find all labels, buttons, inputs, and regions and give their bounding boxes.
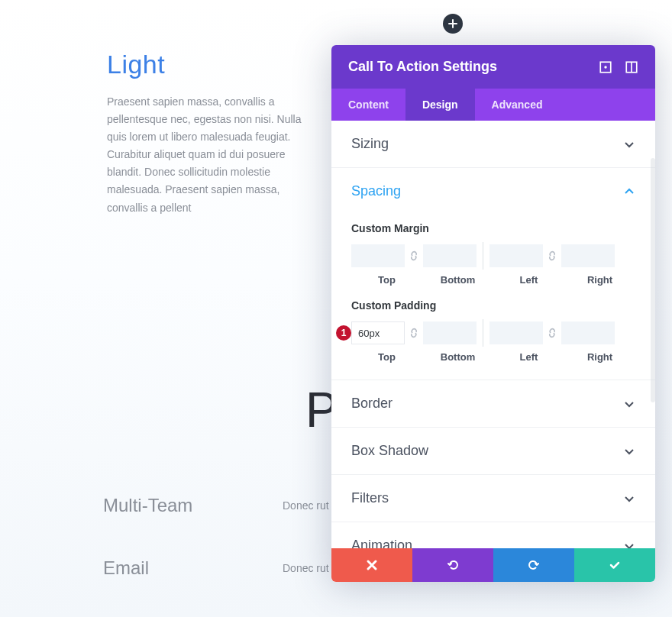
annotation-badge: 1 (336, 325, 351, 341)
paragraph-light: Praesent sapien massa, convallis a pelle… (107, 93, 305, 217)
undo-icon (447, 559, 459, 571)
section-toggle-filters[interactable]: Filters (331, 475, 655, 522)
padding-left-input[interactable] (489, 321, 543, 344)
section-toggle-animation[interactable]: Animation (331, 522, 655, 548)
settings-panel: Call To Action Settings Content Design A… (331, 45, 655, 582)
chevron-down-icon (623, 493, 635, 505)
padding-right-input[interactable] (561, 321, 615, 344)
label-left: Left (493, 351, 564, 363)
chevron-down-icon (623, 138, 635, 150)
label-right: Right (564, 351, 635, 363)
chevron-down-icon (623, 398, 635, 410)
section-toggle-border[interactable]: Border (331, 380, 655, 427)
section-label: Spacing (351, 183, 623, 199)
add-module-button[interactable] (443, 14, 463, 34)
tab-advanced[interactable]: Advanced (475, 89, 560, 121)
padding-sublabels: Top Bottom Left Right (351, 351, 635, 363)
scrollbar[interactable] (651, 158, 655, 402)
expand-icon[interactable] (599, 60, 612, 74)
margin-top-input[interactable] (351, 244, 405, 267)
label-custom-margin: Custom Margin (351, 222, 635, 234)
chevron-up-icon (623, 186, 635, 198)
section-filters: Filters (331, 475, 655, 522)
chevron-down-icon (623, 540, 635, 549)
label-left: Left (493, 274, 564, 286)
section-sizing: Sizing (331, 121, 655, 168)
save-button[interactable] (574, 548, 655, 582)
close-icon (366, 559, 378, 571)
tab-design[interactable]: Design (405, 89, 475, 121)
divider (483, 242, 483, 270)
panel-header[interactable]: Call To Action Settings (331, 45, 655, 89)
feature-email: Email Donec rut amet, con (103, 557, 149, 579)
margin-inputs (351, 242, 635, 270)
margin-bottom-input[interactable] (423, 244, 477, 267)
section-box-shadow: Box Shadow (331, 428, 655, 475)
label-top: Top (351, 274, 422, 286)
link-icon[interactable] (543, 321, 561, 344)
label-custom-padding: Custom Padding (351, 299, 635, 312)
section-toggle-spacing[interactable]: Spacing (331, 168, 655, 215)
section-label: Sizing (351, 136, 623, 152)
padding-inputs: 1 (351, 319, 635, 347)
label-bottom: Bottom (422, 351, 493, 363)
chevron-down-icon (623, 445, 635, 457)
feature-title: Multi-Team (103, 495, 192, 516)
section-label: Filters (351, 490, 623, 506)
link-icon[interactable] (405, 244, 423, 267)
cancel-button[interactable] (331, 548, 412, 582)
section-label: Animation (351, 538, 623, 548)
section-label: Border (351, 396, 623, 412)
label-top: Top (351, 351, 422, 363)
check-icon (609, 559, 621, 571)
tab-content[interactable]: Content (331, 89, 405, 121)
panel-footer (331, 548, 655, 582)
section-label: Box Shadow (351, 443, 623, 459)
plus-icon (448, 19, 457, 28)
tabs: Content Design Advanced (331, 89, 655, 121)
snap-icon[interactable] (625, 60, 638, 74)
margin-left-input[interactable] (489, 244, 543, 267)
link-icon[interactable] (405, 321, 423, 344)
section-animation: Animation (331, 522, 655, 548)
feature-title: Email (103, 557, 149, 579)
panel-title: Call To Action Settings (348, 59, 586, 75)
heading-light: Light (107, 50, 305, 79)
divider (483, 319, 483, 347)
section-border: Border (331, 380, 655, 428)
link-icon[interactable] (543, 244, 561, 267)
section-toggle-sizing[interactable]: Sizing (331, 121, 655, 167)
label-right: Right (564, 274, 635, 286)
section-toggle-box-shadow[interactable]: Box Shadow (331, 428, 655, 474)
padding-top-input[interactable] (351, 321, 405, 344)
section-spacing: Spacing Custom Margin (331, 168, 655, 380)
redo-button[interactable] (493, 548, 574, 582)
svg-point-1 (604, 66, 606, 68)
margin-sublabels: Top Bottom Left Right (351, 274, 635, 286)
label-bottom: Bottom (422, 274, 493, 286)
undo-button[interactable] (412, 548, 493, 582)
redo-icon (528, 559, 540, 571)
content-block-light: Light Praesent sapien massa, convallis a… (107, 50, 305, 217)
section-body-spacing: Custom Margin (331, 215, 655, 380)
padding-bottom-input[interactable] (423, 321, 477, 344)
margin-right-input[interactable] (561, 244, 615, 267)
panel-body[interactable]: Sizing Spacing Custom Margin (331, 121, 655, 548)
feature-multi-team: Multi-Team Donec rut amet, con (103, 495, 192, 516)
